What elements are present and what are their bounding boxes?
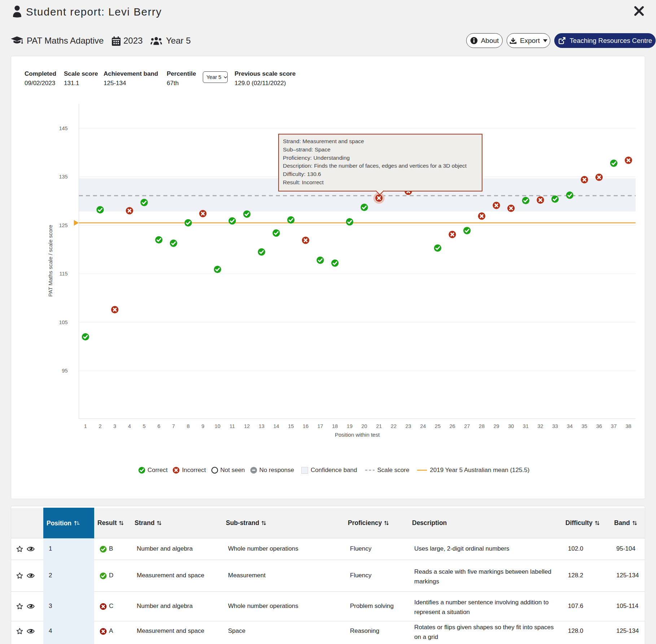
svg-text:37: 37 — [611, 423, 617, 429]
svg-text:30: 30 — [508, 423, 514, 429]
svg-text:145: 145 — [59, 125, 67, 131]
svg-text:15: 15 — [288, 423, 294, 429]
svg-text:11: 11 — [229, 423, 235, 429]
svg-text:17: 17 — [317, 423, 323, 429]
svg-text:14: 14 — [273, 423, 279, 429]
svg-text:3: 3 — [113, 423, 116, 429]
svg-text:2: 2 — [99, 423, 101, 429]
svg-text:13: 13 — [259, 423, 264, 429]
svg-text:29: 29 — [494, 423, 499, 429]
svg-text:36: 36 — [596, 423, 602, 429]
svg-text:115: 115 — [60, 271, 68, 277]
svg-text:21: 21 — [376, 423, 382, 429]
svg-text:PAT Maths scale / scale score: PAT Maths scale / scale score — [47, 225, 53, 296]
svg-text:31: 31 — [523, 423, 529, 429]
svg-text:20: 20 — [361, 423, 367, 429]
svg-text:34: 34 — [567, 423, 573, 429]
svg-text:6: 6 — [157, 423, 160, 429]
svg-text:4: 4 — [128, 423, 131, 429]
svg-text:1: 1 — [84, 423, 87, 429]
svg-text:33: 33 — [552, 423, 558, 429]
svg-text:16: 16 — [303, 423, 309, 429]
svg-text:27: 27 — [464, 423, 470, 429]
svg-text:7: 7 — [172, 423, 175, 429]
svg-text:135: 135 — [59, 174, 67, 180]
svg-text:5: 5 — [143, 423, 145, 429]
svg-text:10: 10 — [215, 423, 220, 429]
svg-text:38: 38 — [626, 423, 631, 429]
svg-text:22: 22 — [391, 423, 397, 429]
svg-text:95: 95 — [62, 368, 68, 374]
svg-text:24: 24 — [420, 423, 426, 429]
svg-text:26: 26 — [449, 423, 455, 429]
svg-text:25: 25 — [435, 423, 441, 429]
svg-text:9: 9 — [201, 423, 204, 429]
svg-text:8: 8 — [187, 423, 189, 429]
svg-text:35: 35 — [582, 423, 587, 429]
svg-text:28: 28 — [479, 423, 485, 429]
svg-text:12: 12 — [244, 423, 250, 429]
svg-text:105: 105 — [59, 319, 67, 325]
svg-text:32: 32 — [538, 423, 543, 429]
svg-text:125: 125 — [59, 222, 67, 228]
svg-text:19: 19 — [347, 423, 353, 429]
svg-text:Position within test: Position within test — [335, 432, 380, 438]
svg-text:18: 18 — [332, 423, 338, 429]
svg-text:23: 23 — [405, 423, 411, 429]
